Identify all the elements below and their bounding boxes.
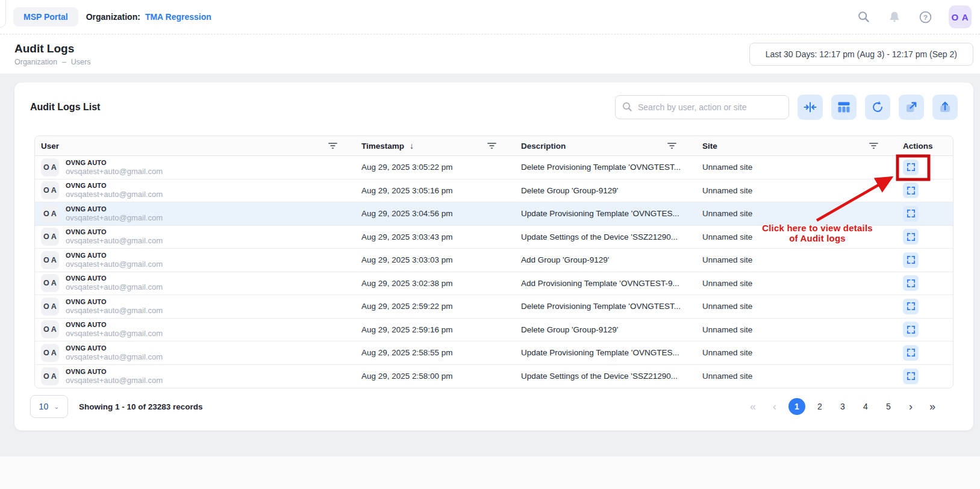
- organization-name-link[interactable]: TMA Regression: [145, 12, 211, 22]
- table-row[interactable]: O A OVNG AUTO ovsqatest+auto@gmail.com A…: [35, 249, 953, 272]
- organization-label: Organization:: [86, 12, 140, 22]
- card-title: Audit Logs List: [30, 102, 100, 113]
- table-row[interactable]: O A OVNG AUTO ovsqatest+auto@gmail.com A…: [35, 179, 953, 203]
- row-site: Unnamed site: [687, 186, 889, 195]
- row-user-avatar: O A: [41, 320, 59, 338]
- table-row[interactable]: O A OVNG AUTO ovsqatest+auto@gmail.com A…: [35, 295, 953, 319]
- page-number-4[interactable]: 4: [857, 398, 874, 415]
- row-user-email: ovsqatest+auto@gmail.com: [66, 236, 163, 245]
- column-header-actions: Actions: [903, 142, 933, 151]
- view-details-button[interactable]: [903, 275, 919, 291]
- topbar-actions: ? O A: [857, 5, 972, 28]
- column-header-timestamp[interactable]: Timestamp: [361, 142, 404, 151]
- row-description: Update Provisioning Template 'OVNGTES...: [506, 209, 687, 218]
- bell-icon[interactable]: [887, 10, 902, 24]
- page-number-1[interactable]: 1: [788, 398, 805, 415]
- audit-logs-table: User Timestamp ↓: [34, 135, 953, 388]
- filter-icon-user[interactable]: [328, 142, 351, 149]
- refresh-icon[interactable]: [865, 95, 890, 120]
- export-icon[interactable]: [932, 95, 958, 120]
- table-row[interactable]: O A OVNG AUTO ovsqatest+auto@gmail.com A…: [35, 272, 953, 296]
- msp-portal-button[interactable]: MSP Portal: [13, 7, 78, 26]
- next-page-button[interactable]: ›: [903, 399, 919, 414]
- breadcrumb-users[interactable]: Users: [71, 58, 91, 66]
- open-external-icon[interactable]: [899, 95, 924, 120]
- pagination: « ‹ 12345 › »: [745, 398, 940, 415]
- organization-selector: Organization: TMA Regression: [86, 12, 211, 22]
- row-timestamp: Aug 29, 2025 3:05:22 pm: [351, 163, 506, 172]
- table-row[interactable]: O A OVNG AUTO ovsqatest+auto@gmail.com A…: [35, 202, 953, 226]
- view-details-button[interactable]: [903, 206, 919, 222]
- breadcrumb-organization[interactable]: Organization: [14, 58, 57, 66]
- page-header: Audit Logs Organization – Users Last 30 …: [0, 35, 980, 73]
- choose-columns-icon[interactable]: [831, 95, 857, 120]
- page-number-2[interactable]: 2: [811, 398, 828, 415]
- row-user-email: ovsqatest+auto@gmail.com: [66, 167, 163, 176]
- row-timestamp: Aug 29, 2025 3:03:03 pm: [351, 255, 506, 264]
- row-site: Unnamed site: [687, 325, 889, 334]
- row-description: Add Provisioning Template 'OVNGTEST-9...: [506, 279, 687, 288]
- page-number-3[interactable]: 3: [834, 398, 851, 415]
- view-details-button[interactable]: [903, 345, 919, 361]
- user-avatar-button[interactable]: O A: [949, 5, 972, 28]
- row-user-avatar: O A: [41, 344, 59, 362]
- view-details-button[interactable]: [903, 252, 919, 268]
- breadcrumb-separator: –: [62, 58, 66, 66]
- view-details-button[interactable]: [903, 299, 919, 314]
- search-input[interactable]: [615, 95, 789, 119]
- table-row[interactable]: O A OVNG AUTO ovsqatest+auto@gmail.com A…: [35, 341, 953, 365]
- page-number-5[interactable]: 5: [880, 398, 897, 415]
- row-description: Update Settings of the Device 'SSZ21290.…: [506, 372, 687, 381]
- prev-page-button[interactable]: ‹: [767, 399, 782, 414]
- row-user-name: OVNG AUTO: [66, 321, 163, 328]
- column-header-site[interactable]: Site: [702, 142, 717, 151]
- row-user-name: OVNG AUTO: [66, 205, 163, 213]
- row-site: Unnamed site: [687, 255, 889, 264]
- card-header: Audit Logs List: [30, 83, 958, 128]
- row-user-avatar: O A: [41, 158, 59, 176]
- row-user-name: OVNG AUTO: [66, 298, 163, 305]
- row-site: Unnamed site: [687, 209, 889, 218]
- row-user-name: OVNG AUTO: [66, 159, 163, 166]
- view-details-button[interactable]: [903, 160, 919, 175]
- date-range-selector[interactable]: Last 30 Days: 12:17 pm (Aug 3) - 12:17 p…: [749, 43, 973, 66]
- last-page-button[interactable]: »: [925, 399, 940, 414]
- page-size-select[interactable]: 10 ⌄: [30, 395, 68, 418]
- row-description: Delete Group 'Group-9129': [506, 186, 687, 195]
- row-user-avatar: O A: [41, 274, 59, 292]
- page-title: Audit Logs: [14, 42, 90, 56]
- row-user-name: OVNG AUTO: [66, 344, 163, 352]
- filter-icon-timestamp[interactable]: [487, 142, 506, 149]
- table-row[interactable]: O A OVNG AUTO ovsqatest+auto@gmail.com A…: [35, 226, 953, 249]
- column-header-user[interactable]: User: [41, 142, 59, 151]
- row-user-avatar: O A: [41, 228, 59, 246]
- row-timestamp: Aug 29, 2025 3:04:56 pm: [351, 209, 506, 218]
- breadcrumb: Organization – Users: [14, 58, 90, 66]
- search-icon[interactable]: [857, 10, 871, 24]
- row-site: Unnamed site: [687, 348, 889, 357]
- table-row[interactable]: O A OVNG AUTO ovsqatest+auto@gmail.com A…: [35, 156, 953, 179]
- sort-desc-icon[interactable]: ↓: [410, 141, 414, 151]
- row-user-avatar: O A: [41, 181, 59, 199]
- view-details-button[interactable]: [903, 369, 919, 384]
- column-header-description[interactable]: Description: [521, 142, 566, 151]
- chevron-down-icon: ⌄: [54, 403, 59, 411]
- row-user-email: ovsqatest+auto@gmail.com: [66, 190, 163, 199]
- first-page-button[interactable]: «: [745, 399, 761, 414]
- filter-icon-description[interactable]: [667, 142, 687, 149]
- table-footer: 10 ⌄ Showing 1 - 10 of 23283 records « ‹…: [30, 394, 953, 419]
- view-details-button[interactable]: [903, 322, 919, 337]
- help-icon[interactable]: ?: [918, 10, 932, 24]
- table-row[interactable]: O A OVNG AUTO ovsqatest+auto@gmail.com A…: [35, 319, 953, 342]
- row-user-email: ovsqatest+auto@gmail.com: [66, 260, 163, 269]
- search-input-icon: [622, 101, 633, 115]
- collapse-columns-icon[interactable]: [797, 95, 823, 120]
- table-row[interactable]: O A OVNG AUTO ovsqatest+auto@gmail.com A…: [35, 365, 953, 388]
- row-user-name: OVNG AUTO: [66, 252, 163, 259]
- row-timestamp: Aug 29, 2025 2:58:00 pm: [351, 372, 506, 381]
- view-details-button[interactable]: [903, 229, 919, 244]
- row-user-avatar: O A: [41, 367, 59, 385]
- filter-icon-site[interactable]: [869, 142, 889, 149]
- view-details-button[interactable]: [903, 182, 919, 198]
- row-timestamp: Aug 29, 2025 3:02:38 pm: [351, 279, 506, 288]
